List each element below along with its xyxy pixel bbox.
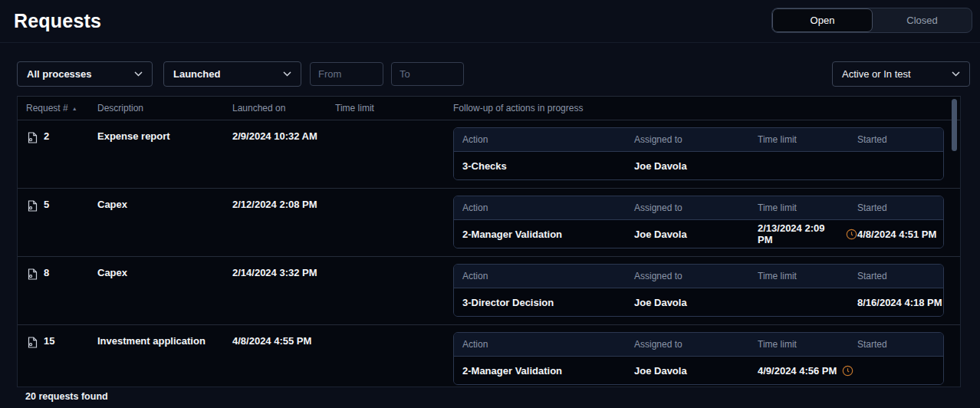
- page-header: Requests Open Closed: [0, 0, 980, 43]
- chevron-down-icon: [134, 71, 143, 77]
- overdue-clock-icon: [846, 229, 857, 240]
- action-row[interactable]: 3-Checks Joe Davola: [454, 152, 943, 179]
- col-description[interactable]: Description: [97, 103, 232, 114]
- action-name: 2-Manager Validation: [462, 365, 634, 377]
- requests-table: Request #▲ Description Launched on Time …: [17, 96, 961, 387]
- request-description: Investment application: [97, 325, 232, 347]
- scrollbar-thumb[interactable]: [952, 99, 957, 151]
- request-time-limit: [335, 325, 453, 335]
- date-to-input[interactable]: [391, 62, 464, 86]
- subcol-time-limit: Time limit: [758, 271, 857, 281]
- request-time-limit: [335, 120, 453, 130]
- request-doc-icon: [26, 131, 38, 144]
- table-row[interactable]: 8 Capex 2/14/2024 3:32 PM Action Assigne…: [18, 257, 960, 325]
- results-count: 20 requests found: [25, 391, 108, 402]
- subcol-assigned-to: Assigned to: [634, 134, 758, 145]
- col-followup: Follow-up of actions in progress: [453, 103, 960, 114]
- table-row[interactable]: 15 Investment application 4/8/2024 4:55 …: [18, 325, 960, 387]
- request-description: Capex: [97, 257, 232, 278]
- subcol-time-limit: Time limit: [758, 202, 857, 213]
- action-assigned-to: Joe Davola: [634, 229, 758, 240]
- subcol-time-limit: Time limit: [758, 134, 857, 145]
- sort-asc-icon: ▲: [72, 106, 77, 111]
- process-filter-value: All processes: [27, 68, 92, 80]
- action-time-limit: 4/9/2024 4:56 PM: [758, 365, 837, 377]
- action-assigned-to: Joe Davola: [634, 365, 758, 377]
- action-name: 3-Checks: [462, 160, 634, 172]
- subtable-header-row: Action Assigned to Time limit Started: [454, 128, 943, 152]
- date-from-input[interactable]: [310, 62, 383, 86]
- subcol-started: Started: [857, 339, 943, 350]
- filter-bar: All processes Launched Active or In test: [17, 61, 970, 87]
- overdue-clock-icon: [842, 365, 853, 377]
- subcol-started: Started: [857, 202, 943, 213]
- request-launched-on: 2/12/2024 2:08 PM: [232, 189, 335, 210]
- request-launched-on: 2/9/2024 10:32 AM: [232, 120, 335, 142]
- request-doc-icon: [26, 199, 38, 212]
- status-filter-value: Active or In test: [842, 68, 911, 80]
- col-request-number[interactable]: Request #▲: [26, 103, 97, 114]
- action-name: 3-Director Decision: [462, 297, 634, 308]
- subcol-action: Action: [462, 202, 634, 213]
- footer-bar: 20 requests found: [0, 387, 980, 408]
- launched-filter-value: Launched: [173, 68, 220, 80]
- action-name: 2-Manager Validation: [462, 229, 634, 240]
- status-filter-dropdown[interactable]: Active or In test: [832, 61, 970, 87]
- process-filter-dropdown[interactable]: All processes: [17, 61, 153, 87]
- action-time-limit: 2/13/2024 2:09 PM: [758, 222, 840, 245]
- action-assigned-to: Joe Davola: [634, 160, 758, 172]
- subcol-assigned-to: Assigned to: [634, 339, 758, 350]
- subcol-started: Started: [857, 271, 943, 281]
- subtable-header-row: Action Assigned to Time limit Started: [454, 196, 943, 220]
- subcol-time-limit: Time limit: [758, 339, 857, 350]
- action-row[interactable]: 3-Director Decision Joe Davola 8/16/2024…: [454, 288, 943, 316]
- request-launched-on: 2/14/2024 3:32 PM: [232, 257, 335, 278]
- page-title: Requests: [14, 10, 101, 32]
- tab-closed[interactable]: Closed: [873, 8, 972, 32]
- request-doc-icon: [26, 336, 38, 349]
- action-assigned-to: Joe Davola: [634, 297, 758, 308]
- col-time-limit[interactable]: Time limit: [335, 103, 453, 114]
- action-started: 4/8/2024 4:51 PM: [857, 229, 943, 240]
- chevron-down-icon: [283, 71, 291, 77]
- requests-page: Requests Open Closed All processes Launc…: [0, 0, 980, 408]
- table-header-row: Request #▲ Description Launched on Time …: [18, 97, 960, 120]
- action-started: 8/16/2024 4:18 PM: [857, 297, 943, 308]
- request-number: 5: [44, 199, 49, 210]
- request-time-limit: [335, 189, 453, 199]
- subcol-assigned-to: Assigned to: [634, 202, 758, 213]
- open-closed-toggle: Open Closed: [771, 8, 972, 33]
- request-description: Expense report: [97, 120, 232, 142]
- action-row[interactable]: 2-Manager Validation Joe Davola 4/9/2024…: [454, 357, 943, 384]
- table-row[interactable]: 5 Capex 2/12/2024 2:08 PM Action Assigne…: [18, 189, 960, 257]
- table-row[interactable]: 2 Expense report 2/9/2024 10:32 AM Actio…: [18, 120, 960, 189]
- request-doc-icon: [26, 268, 38, 281]
- subcol-assigned-to: Assigned to: [634, 271, 758, 281]
- request-number: 2: [44, 130, 49, 142]
- chevron-down-icon: [952, 71, 960, 77]
- request-launched-on: 4/8/2024 4:55 PM: [232, 325, 335, 347]
- launched-filter-dropdown[interactable]: Launched: [163, 61, 301, 87]
- request-number: 15: [44, 335, 54, 347]
- request-time-limit: [335, 257, 453, 267]
- actions-subtable: Action Assigned to Time limit Started 3-…: [453, 127, 944, 180]
- actions-subtable: Action Assigned to Time limit Started 2-…: [453, 332, 944, 385]
- table-body: 2 Expense report 2/9/2024 10:32 AM Actio…: [18, 120, 960, 387]
- table-scrollbar[interactable]: [952, 98, 958, 387]
- subcol-started: Started: [857, 134, 943, 145]
- col-launched-on[interactable]: Launched on: [232, 103, 335, 114]
- subcol-action: Action: [462, 339, 634, 350]
- actions-subtable: Action Assigned to Time limit Started 2-…: [453, 196, 944, 248]
- request-number: 8: [44, 267, 49, 278]
- action-row[interactable]: 2-Manager Validation Joe Davola 2/13/202…: [454, 220, 943, 248]
- request-description: Capex: [97, 189, 232, 210]
- subtable-header-row: Action Assigned to Time limit Started: [454, 333, 943, 357]
- tab-open[interactable]: Open: [772, 8, 873, 32]
- actions-subtable: Action Assigned to Time limit Started 3-…: [453, 264, 944, 317]
- subtable-header-row: Action Assigned to Time limit Started: [454, 265, 943, 288]
- subcol-action: Action: [462, 134, 634, 145]
- subcol-action: Action: [462, 271, 634, 281]
